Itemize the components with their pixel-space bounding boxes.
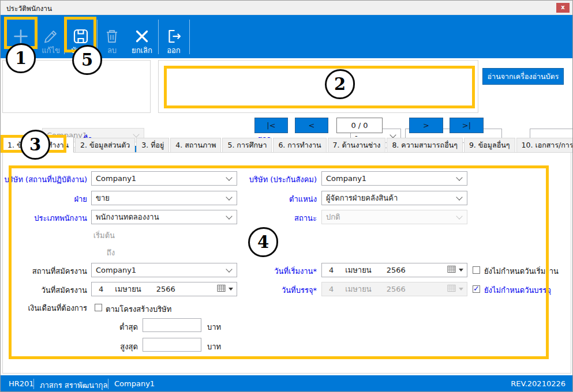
employee-type-select[interactable]: พนักงานทดลองงาน <box>91 210 237 224</box>
nav-prev-button[interactable]: < <box>295 118 328 133</box>
delete-button[interactable]: ลบ <box>99 17 125 55</box>
toolbar-separator <box>97 20 98 54</box>
apply-date-year: 2566 <box>156 285 175 293</box>
save-button-label: บันทึก <box>71 46 91 55</box>
company-work-value: Company1 <box>96 174 136 183</box>
calendar-icon[interactable] <box>447 265 456 275</box>
chevron-down-icon <box>456 194 462 200</box>
salary-min-currency-label: บาท <box>207 321 221 333</box>
fill-date-year: 2566 <box>387 285 406 293</box>
fill-date-picker[interactable]: 4 เมษายน 2566 <box>321 282 467 296</box>
nav-next-button[interactable]: > <box>409 118 443 133</box>
start-date-day: 4 <box>329 266 334 274</box>
search-company-panel: บริษัท Company1 ชื่อเล่น <box>2 60 151 113</box>
tabstrip: 1. ข้อมูลการทำงาน 2. ข้อมูลส่วนตัว 3. ที… <box>2 137 573 153</box>
employee-history-window: ประวัติพนักงาน x เพิ่ม แก้ไข บันทึก ลบ ย… <box>0 0 573 392</box>
chevron-down-icon <box>456 174 462 180</box>
date-dropdown-arrow-icon[interactable] <box>229 288 233 291</box>
no-fill-date-checkbox[interactable] <box>473 285 480 293</box>
trash-icon <box>103 28 121 46</box>
delete-button-label: ลบ <box>107 46 117 55</box>
card-reader-button[interactable]: อ่านจากเครื่องอ่านบัตร <box>482 68 564 85</box>
tab-personal-info[interactable]: 2. ข้อมูลส่วนตัว <box>75 138 135 153</box>
apply-date-day: 4 <box>99 285 103 293</box>
company-ss-select[interactable]: Company1 <box>321 171 467 186</box>
no-fill-date-label: ยังไม่กำหนดวันบรรจุ <box>484 284 551 296</box>
record-counter: 0 / 0 <box>336 118 383 133</box>
employee-type-value: พนักงานทดลองงาน <box>96 211 159 223</box>
fill-date-day: 4 <box>329 285 334 293</box>
tab-education[interactable]: 5. การศึกษา <box>222 138 272 153</box>
date-dropdown-arrow-icon <box>459 288 463 291</box>
apply-place-select[interactable]: Company1 <box>91 263 237 277</box>
statusbar-revision: REV.20210226 <box>511 379 565 388</box>
status-label: สถานะ <box>294 212 317 224</box>
salary-min-input[interactable] <box>143 318 201 332</box>
cancel-button-label: ยกเลิก <box>132 46 152 55</box>
tab-work-history[interactable]: 6. การทำงาน <box>273 138 326 153</box>
apply-date-label: วันที่สมัครงาน <box>42 284 87 296</box>
save-icon <box>72 28 89 46</box>
salary-max-currency-label: บาท <box>207 341 221 353</box>
plus-icon <box>12 28 29 46</box>
tab-address[interactable]: 3. ที่อยู่ <box>136 138 169 153</box>
nav-last-button[interactable]: >| <box>450 118 484 133</box>
company-ss-value: Company1 <box>326 174 366 183</box>
card-reader-button-label: อ่านจากเครื่องอ่านบัตร <box>488 71 559 82</box>
department-value: ขาย <box>96 192 110 204</box>
statusbar-form-code: HR201 <box>9 379 34 388</box>
no-start-date-checkbox[interactable] <box>473 266 480 274</box>
add-button-label: เพิ่ม <box>14 46 27 55</box>
chevron-down-icon <box>226 174 232 180</box>
apply-place-label: สถานที่สมัครงาน <box>32 265 87 277</box>
tab-technical-skills[interactable]: 7. ด้านงานช่าง <box>328 138 386 153</box>
cancel-button[interactable]: ยกเลิก <box>126 17 158 55</box>
tab-documents-training[interactable]: 10. เอกสาร/การอบรม <box>516 138 573 153</box>
toolbar-separator <box>158 20 159 54</box>
window-title: ประวัติพนักงาน <box>6 3 52 14</box>
salary-structure-checkbox[interactable] <box>95 304 102 311</box>
start-date-label: วันที่เริ่มงาน* <box>274 265 317 277</box>
start-date-month: เมษายน <box>345 264 371 276</box>
company-work-label: บริษัท (สถานที่ปฏิบัติงาน) <box>5 174 87 186</box>
nav-first-button[interactable]: |< <box>254 118 288 133</box>
exit-door-icon <box>165 28 182 46</box>
tab-other-info[interactable]: 9. ข้อมูลอื่นๆ <box>464 138 515 153</box>
salary-structure-label: ตามโครงสร้างบริษัท <box>106 303 171 315</box>
close-button[interactable]: x <box>556 3 570 13</box>
chevron-down-icon <box>226 194 232 200</box>
chevron-down-icon <box>226 213 232 219</box>
statusbar-user: ภาสกร สราพัฒนากุล <box>40 379 107 391</box>
statusbar: HR201 ภาสกร สราพัฒนากุล Company1 REV.202… <box>1 375 573 392</box>
chevron-down-icon <box>226 266 232 272</box>
tab-marital-status[interactable]: 4. สถานภาพ <box>170 138 221 153</box>
salary-max-input[interactable] <box>143 338 201 352</box>
statusbar-separator <box>108 379 108 389</box>
x-icon <box>133 28 151 46</box>
tab-other-abilities[interactable]: 8. ความสามารถอื่นๆ <box>387 138 463 153</box>
date-dropdown-arrow-icon[interactable] <box>459 269 463 272</box>
fill-date-label: วันที่บรรจุ* <box>282 284 317 296</box>
apply-date-picker[interactable]: 4 เมษายน 2566 <box>91 282 237 296</box>
employee-type-label: ประเภทพนักงาน <box>34 212 87 224</box>
chevron-down-icon <box>456 213 462 219</box>
calendar-icon <box>447 284 456 294</box>
calendar-icon[interactable] <box>217 284 226 294</box>
search-name-panel: ชื่อ - สกุล ชื่อเล่น <box>158 60 478 113</box>
statusbar-separator <box>33 379 34 389</box>
add-button[interactable]: เพิ่ม <box>5 17 36 55</box>
range-to-label: ถึง <box>107 247 115 259</box>
salary-max-label: สูงสุด <box>120 341 138 353</box>
tab-work-info[interactable]: 1. ข้อมูลการทำงาน <box>2 137 74 153</box>
status-select[interactable]: ปกติ <box>321 210 467 224</box>
salary-min-label: ต่ำสุด <box>119 321 138 333</box>
start-date-picker[interactable]: 4 เมษายน 2566 <box>321 263 467 277</box>
edit-button[interactable]: แก้ไข <box>38 17 64 55</box>
company-work-select[interactable]: Company1 <box>91 171 237 186</box>
save-button[interactable]: บันทึก <box>65 17 96 55</box>
exit-button-label: ออก <box>167 46 181 55</box>
department-select[interactable]: ขาย <box>91 191 237 205</box>
exit-button[interactable]: ออก <box>160 17 188 55</box>
position-select[interactable]: ผู้จัดการฝ่ายคลังสินค้า <box>321 191 467 205</box>
toolbar: เพิ่ม แก้ไข บันทึก ลบ ยกเลิก ออก <box>1 15 573 58</box>
